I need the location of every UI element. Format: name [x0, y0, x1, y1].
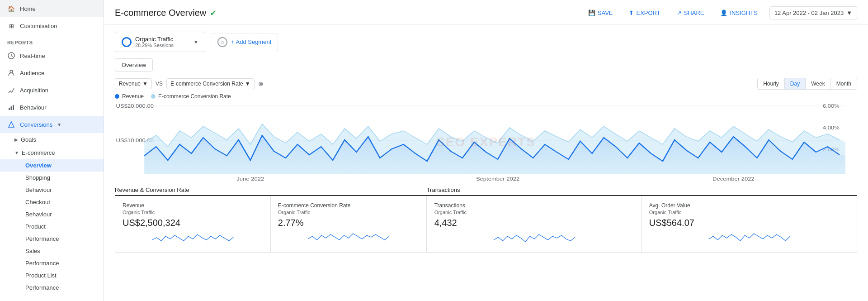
hourly-label: Hourly [763, 81, 779, 87]
sidebar-item-sales-performance[interactable]: Performance [0, 257, 104, 269]
chevron-down-icon-date: ▼ [846, 10, 852, 16]
header-actions: 💾 SAVE ⬆ EXPORT ↗ SHARE 👤 INSIGHTS 12 Ap… [584, 6, 857, 19]
checkout-behaviour-label: Behaviour [25, 186, 52, 193]
share-button[interactable]: ↗ SHARE [672, 7, 709, 19]
overview-tab-label: Overview [122, 62, 146, 68]
stat-card-transactions: Transactions Organic Traffic 4,432 [427, 196, 642, 252]
sidebar-item-checkout-behaviour[interactable]: Behaviour [0, 184, 104, 196]
stat-transactions-sublabel: Organic Traffic [434, 210, 634, 215]
sidebar-customisation-label: Customisation [20, 23, 57, 29]
share-label: SHARE [684, 10, 704, 16]
sidebar: 🏠 Home ⊞ Customisation REPORTS Real-time… [0, 0, 104, 301]
sidebar-item-product-list-performance[interactable]: Performance [0, 282, 104, 294]
time-buttons: Hourly Day Week Month [757, 78, 857, 90]
legend-conversion-dot [151, 94, 156, 99]
export-button[interactable]: ⬆ EXPORT [624, 7, 665, 19]
svg-text:September 2022: September 2022 [476, 177, 519, 182]
chart-legend: Revenue E-commerce Conversion Rate [115, 93, 857, 100]
segment-info: Organic Traffic 28.29% Sessions [135, 36, 190, 48]
performance-1-label: Performance [25, 235, 59, 242]
sidebar-item-shopping-behaviour[interactable]: Shopping [0, 172, 104, 184]
segment-name: Organic Traffic [135, 36, 190, 43]
svg-rect-2 [9, 108, 10, 110]
legend-revenue: Revenue [115, 93, 144, 100]
sidebar-item-performance-1[interactable]: Performance [0, 233, 104, 245]
insights-icon: 👤 [720, 10, 727, 16]
stat-transactions-label: Transactions [434, 202, 634, 209]
legend-conversion-rate: E-commerce Conversion Rate [151, 93, 231, 100]
mini-chart-transactions [434, 231, 634, 244]
segment-circle [122, 37, 132, 47]
product-performance-label: Product [25, 223, 46, 230]
time-btn-month[interactable]: Month [831, 78, 857, 89]
add-segment-label: + Add Segment [231, 38, 271, 45]
chevron-down-icon: ▼ [57, 122, 61, 127]
time-btn-week[interactable]: Week [806, 78, 830, 89]
svg-marker-5 [9, 122, 14, 127]
checkout-label: Checkout [25, 199, 50, 205]
stat-revenue-label: Revenue [123, 202, 263, 209]
sidebar-item-overview[interactable]: Overview [0, 159, 104, 172]
audience-icon [7, 69, 15, 77]
legend-conversion-label: E-commerce Conversion Rate [158, 93, 231, 100]
chevron-down-icon-2: ▼ [14, 150, 19, 155]
sidebar-item-product-list[interactable]: Product List [0, 269, 104, 282]
segment-pill-organic[interactable]: Organic Traffic 28.29% Sessions ▼ [115, 32, 205, 52]
rev-cr-grid: Revenue Organic Traffic US$2,500,324 E-c… [115, 196, 427, 253]
overview-tab[interactable]: Overview [115, 58, 153, 72]
stats-section: Revenue & Conversion Rate Revenue Organi… [115, 186, 857, 253]
sidebar-item-audience[interactable]: Audience [0, 64, 104, 81]
stat-revenue-value: US$2,500,324 [123, 218, 263, 228]
page-title-text: E-commerce Overview [115, 8, 206, 18]
sidebar-item-product-behaviour[interactable]: Behaviour [0, 208, 104, 220]
product-list-performance-label: Performance [25, 284, 59, 291]
behaviour-icon [7, 103, 15, 111]
sidebar-item-conversions[interactable]: Conversions ▼ [0, 116, 104, 133]
sales-label: Sales [25, 248, 40, 254]
save-label: SAVE [598, 10, 613, 16]
sidebar-realtime-label: Real-time [20, 53, 45, 59]
transactions-title: Transactions [427, 186, 857, 196]
metric2-label: E-commerce Conversion Rate [170, 81, 243, 87]
date-range-picker[interactable]: 12 Apr 2022 - 02 Jan 2023 ▼ [769, 6, 857, 19]
sidebar-item-customisation[interactable]: ⊞ Customisation [0, 17, 104, 34]
time-btn-day[interactable]: Day [785, 78, 806, 89]
share-icon: ↗ [677, 10, 682, 16]
time-btn-hourly[interactable]: Hourly [758, 78, 785, 89]
insights-button[interactable]: 👤 INSIGHTS [716, 7, 762, 19]
mini-chart-revenue [123, 231, 263, 244]
sidebar-item-realtime[interactable]: Real-time [0, 47, 104, 64]
stat-card-revenue: Revenue Organic Traffic US$2,500,324 [115, 196, 271, 252]
metric1-label: Revenue [119, 81, 141, 87]
chevron-right-icon: ▶ [14, 137, 18, 142]
sidebar-conversions-label: Conversions [20, 121, 52, 128]
main-content: E-commerce Overview ✔ 💾 SAVE ⬆ EXPORT ↗ … [104, 0, 868, 301]
sidebar-item-goals[interactable]: ▶ Goals [0, 133, 104, 146]
add-segment-button[interactable]: ○ + Add Segment [211, 33, 278, 51]
chart-svg: US$20,000.00 US$10,000.00 6.00% 4.00% 2.… [115, 101, 857, 183]
svg-rect-4 [13, 105, 14, 110]
sidebar-item-checkout[interactable]: Checkout [0, 196, 104, 208]
sidebar-item-ecommerce[interactable]: ▼ E-commerce [0, 146, 104, 159]
header: E-commerce Overview ✔ 💾 SAVE ⬆ EXPORT ↗ … [104, 0, 868, 24]
sidebar-item-acquisition[interactable]: Acquisition [0, 81, 104, 99]
metric1-select[interactable]: Revenue ▼ [115, 78, 152, 89]
sidebar-item-behaviour[interactable]: Behaviour [0, 99, 104, 116]
overview-label: Overview [25, 162, 52, 169]
stat-transactions-value: 4,432 [434, 218, 634, 228]
verified-icon: ✔ [210, 8, 217, 18]
clear-metric-button[interactable]: ⊗ [258, 80, 264, 87]
ecommerce-label: E-commerce [22, 149, 55, 156]
metric2-select[interactable]: E-commerce Conversion Rate ▼ [166, 78, 255, 89]
sidebar-item-sales[interactable]: Sales [0, 245, 104, 257]
save-button[interactable]: 💾 SAVE [584, 7, 618, 19]
conversions-icon [7, 120, 15, 129]
metric2-chevron: ▼ [245, 81, 250, 87]
sidebar-item-product-performance[interactable]: Product [0, 220, 104, 233]
add-segment-circle: ○ [217, 37, 227, 47]
sidebar-acquisition-label: Acquisition [20, 87, 48, 94]
stat-avg-order-value: US$564.07 [649, 218, 849, 228]
content-area: Organic Traffic 28.29% Sessions ▼ ○ + Ad… [104, 24, 868, 301]
mini-chart-avg-order [649, 231, 849, 244]
sidebar-item-home[interactable]: 🏠 Home [0, 0, 104, 17]
